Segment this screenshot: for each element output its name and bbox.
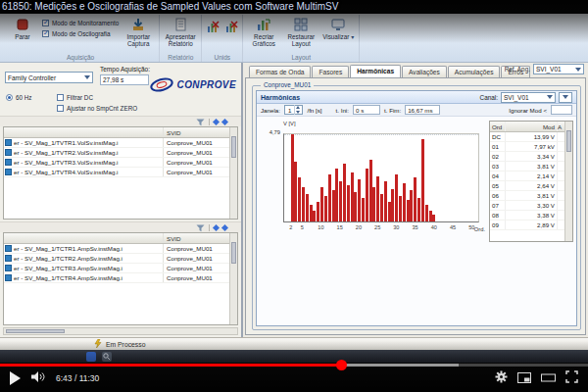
multimsv-app-window: Parar Modo de Monitoramento Modo de Osci… bbox=[0, 14, 588, 363]
restaurar-layout-label: Restaurar Layout bbox=[285, 34, 317, 48]
filtrar-dc-checkbox[interactable]: Filtrar DC bbox=[57, 92, 93, 103]
layout-grid-icon bbox=[294, 18, 308, 33]
modo-oscilografia-checkbox[interactable]: Modo de Oscilografia bbox=[42, 28, 119, 39]
controller-select[interactable]: Family Controller bbox=[5, 72, 93, 83]
harmonic-bar bbox=[429, 211, 432, 221]
mod-cell: 13,99 V bbox=[505, 132, 557, 141]
recriar-graficos-button[interactable]: Recriar Gráficos bbox=[246, 15, 281, 50]
harmonic-table-row[interactable]: DC13,99 V bbox=[490, 132, 565, 142]
navigate-icon[interactable] bbox=[213, 118, 220, 124]
navigate-icon[interactable] bbox=[213, 223, 220, 230]
ref-ang-select[interactable]: SVI_V01 bbox=[533, 64, 584, 74]
tab-acumulacoes[interactable]: Acumulações bbox=[448, 66, 501, 77]
harmonic-table-row[interactable]: 092,89 V bbox=[490, 220, 565, 230]
theater-mode-icon[interactable] bbox=[541, 369, 556, 387]
harmonic-bar bbox=[399, 196, 402, 221]
harmonic-bar bbox=[425, 205, 428, 221]
navigate-icon[interactable] bbox=[221, 118, 228, 124]
mod-column-header[interactable]: Mod bbox=[505, 122, 557, 131]
signal-column-header[interactable] bbox=[4, 127, 163, 137]
harmonic-table-row[interactable]: 023,34 V bbox=[490, 152, 565, 162]
table-row[interactable]: er - SV_Mag_1/TVTR4.VolSv.instMag.iConpr… bbox=[4, 168, 229, 177]
harmonic-table-row[interactable]: 042,14 V bbox=[490, 172, 565, 181]
table-row[interactable]: er - SV_Mag_1/TCTR1.AmpSv.instMag.iConpr… bbox=[4, 244, 229, 254]
import-icon bbox=[131, 18, 145, 33]
fullscreen-icon[interactable] bbox=[565, 369, 578, 387]
channel-options-button[interactable] bbox=[559, 92, 572, 103]
tab-formas-de-onda[interactable]: Formas de Onda bbox=[249, 66, 311, 77]
scrollbar-thumb[interactable] bbox=[566, 130, 571, 152]
table-row[interactable]: er - SV_Mag_1/TVTR1.VolSv.instMag.iConpr… bbox=[4, 138, 229, 148]
harmonic-table-row[interactable]: 073,30 V bbox=[490, 201, 565, 211]
x-axis-tick: 30 bbox=[393, 224, 399, 230]
t-ini-field[interactable]: 0 s bbox=[353, 105, 380, 115]
miniplayer-icon[interactable] bbox=[517, 369, 531, 387]
harmonic-table-row[interactable]: 033,81 V bbox=[490, 162, 565, 172]
navigate-icon[interactable] bbox=[221, 223, 228, 230]
canal-select[interactable]: SVI_V01 bbox=[501, 92, 556, 103]
horizontal-scrollbar[interactable] bbox=[3, 327, 238, 335]
harmonic-table-row[interactable]: 052,64 V bbox=[490, 181, 565, 191]
harmonic-table-row[interactable]: 017,97 kV bbox=[490, 142, 565, 152]
table-header[interactable]: SVID bbox=[4, 233, 229, 244]
scrollbar-thumb[interactable] bbox=[6, 329, 65, 333]
visualizar-button[interactable]: Visualizar bbox=[320, 15, 356, 44]
tab-avaliacoes[interactable]: Avaliações bbox=[402, 66, 447, 77]
parar-button[interactable]: Parar bbox=[5, 15, 40, 44]
harmonic-bar bbox=[369, 160, 372, 221]
scrollbar-thumb[interactable] bbox=[231, 136, 236, 158]
svid-column-header[interactable]: SVID bbox=[163, 233, 229, 243]
fn-label: /fn [s] bbox=[307, 107, 321, 114]
freq-60hz-radio[interactable]: 60 Hz bbox=[6, 92, 31, 103]
signal-column-header[interactable] bbox=[4, 233, 163, 243]
chart-plot-area bbox=[283, 133, 479, 222]
vertical-scrollbar[interactable] bbox=[229, 233, 237, 324]
modo-monitoramento-checkbox[interactable]: Modo de Monitoramento bbox=[42, 18, 119, 28]
janela-spinner[interactable]: 1 bbox=[284, 105, 303, 115]
vertical-scrollbar[interactable] bbox=[564, 122, 572, 241]
harmonic-table-row[interactable]: 083,38 V bbox=[490, 211, 565, 220]
importar-captura-button[interactable]: Importar Captura bbox=[121, 15, 156, 50]
mod-cell: 3,38 V bbox=[505, 211, 557, 220]
harmonic-bar bbox=[320, 187, 323, 221]
ajustar-smpcnt-checkbox[interactable]: Ajustar no SmpCnt ZERO bbox=[57, 103, 137, 114]
harmonic-bar bbox=[332, 190, 335, 221]
volume-icon[interactable] bbox=[30, 369, 46, 387]
table-header[interactable]: SVID bbox=[4, 127, 229, 138]
harmonic-bar bbox=[358, 179, 361, 221]
spinner-arrows-icon[interactable] bbox=[294, 105, 302, 115]
harmonics-chart: V [V] 4,79 25101520253035404550 Ord. bbox=[260, 121, 485, 240]
conprove-ellipse-icon bbox=[149, 76, 174, 93]
apresentar-relatorio-label: Apresentar Relatório bbox=[165, 34, 196, 48]
ord-column-header[interactable]: Ord bbox=[490, 122, 505, 131]
table-row[interactable]: er - SV_Mag_1/TCTR4.AmpSv.instMag.iConpr… bbox=[4, 273, 229, 283]
tab-harmonicas[interactable]: Harmônicas bbox=[350, 65, 401, 77]
apresentar-relatorio-button[interactable]: Apresentar Relatório bbox=[163, 15, 198, 50]
ribbon-toolbar: Parar Modo de Monitoramento Modo de Osci… bbox=[0, 14, 588, 63]
scrollbar-thumb[interactable] bbox=[231, 242, 236, 264]
signal-name: er - SV_Mag_1/TCTR3.AmpSv.instMag.i bbox=[12, 264, 163, 272]
table-row[interactable]: er - SV_Mag_1/TVTR2.VolSv.instMag.iConpr… bbox=[4, 148, 229, 158]
settings-gear-icon[interactable] bbox=[495, 369, 508, 387]
tempo-aquisicao-label: Tempo Aquisição: bbox=[100, 66, 150, 73]
table-row[interactable]: er - SV_Mag_1/TCTR2.AmpSv.instMag.iConpr… bbox=[4, 254, 229, 264]
tab-fasores[interactable]: Fasores bbox=[312, 66, 349, 77]
vertical-scrollbar[interactable] bbox=[229, 127, 237, 219]
filtrar-dc-label: Filtrar DC bbox=[67, 94, 93, 101]
x-axis-ticks: 25101520253035404550 bbox=[283, 223, 479, 232]
chart-clear-icon[interactable] bbox=[205, 19, 220, 34]
table-row[interactable]: er - SV_Mag_1/TVTR3.VolSv.instMag.iConpr… bbox=[4, 158, 229, 168]
t-fim-field[interactable]: 16,67 ms bbox=[405, 105, 440, 115]
harmonics-table: Ord Mod A DC13,99 V017,97 kV023,34 V033,… bbox=[489, 121, 573, 242]
play-button[interactable] bbox=[10, 371, 21, 385]
harmonics-table-header[interactable]: Ord Mod A bbox=[490, 122, 565, 132]
harmonic-table-row[interactable]: 063,81 V bbox=[490, 191, 565, 201]
harmonic-bar bbox=[407, 200, 410, 221]
chart-clear-icon[interactable] bbox=[223, 19, 239, 34]
ignorar-mod-field[interactable] bbox=[551, 105, 572, 115]
table-row[interactable]: er - SV_Mag_1/TCTR3.AmpSv.instMag.iConpr… bbox=[4, 264, 229, 273]
restaurar-layout-button[interactable]: Restaurar Layout bbox=[283, 15, 318, 50]
svid-column-header[interactable]: SVID bbox=[163, 127, 229, 137]
signal-name: er - SV_Mag_1/TVTR4.VolSv.instMag.i bbox=[12, 168, 163, 176]
x-axis-tick: 25 bbox=[374, 224, 380, 230]
